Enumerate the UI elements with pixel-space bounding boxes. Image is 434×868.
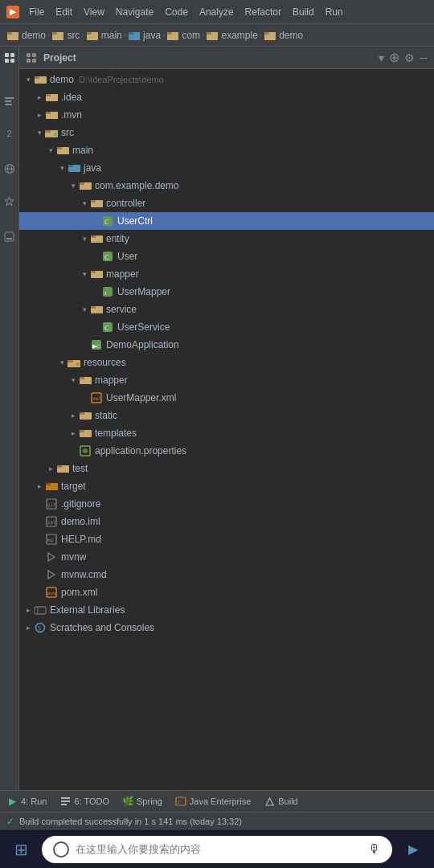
menu-analyze[interactable]: Analyze bbox=[194, 5, 239, 19]
panel-dropdown-icon[interactable]: ▾ bbox=[379, 51, 384, 64]
menu-navigate[interactable]: Navigate bbox=[111, 5, 158, 19]
tree-row-demo[interactable]: demo D:\IdeaProjects\demo bbox=[19, 71, 434, 88]
mic-icon[interactable]: 🎙 bbox=[368, 842, 381, 857]
tree-row-help-md[interactable]: md HELP.md bbox=[19, 530, 434, 548]
sidebar-icon-bottom[interactable] bbox=[2, 228, 18, 244]
tree-row-mapper-res[interactable]: mapper bbox=[19, 371, 434, 389]
svg-rect-43 bbox=[68, 165, 73, 167]
tree-row-ext-libs[interactable]: External Libraries bbox=[19, 601, 434, 619]
bc-demo2[interactable]: demo bbox=[264, 29, 303, 42]
icon-src bbox=[45, 126, 58, 139]
tree-row-entity[interactable]: entity bbox=[19, 230, 434, 248]
icon-userservice: C bbox=[101, 321, 114, 334]
tree-row-mvnw-cmd[interactable]: mvnw.cmd bbox=[19, 566, 434, 583]
tree-row-resources[interactable]: resources bbox=[19, 354, 434, 371]
left-sidebar: 2 bbox=[0, 47, 19, 790]
panel-title: Project bbox=[43, 52, 374, 63]
tree-row-target[interactable]: target bbox=[19, 477, 434, 495]
tree-row-mvn[interactable]: .mvn bbox=[19, 106, 434, 124]
tree-row-pom-xml[interactable]: pom pom.xml bbox=[19, 583, 434, 601]
tree-row-controller[interactable]: controller bbox=[19, 194, 434, 212]
bc-com[interactable]: com bbox=[166, 29, 200, 42]
bc-java[interactable]: java bbox=[128, 29, 161, 42]
tool-run-label: 4: Run bbox=[21, 796, 47, 806]
tree-row-gitignore[interactable]: git .gitignore bbox=[19, 495, 434, 513]
tree-row-userctrl[interactable]: C UserCtrl bbox=[19, 212, 434, 230]
bc-main[interactable]: main bbox=[86, 29, 122, 42]
bc-demo[interactable]: demo bbox=[6, 29, 46, 42]
tree-row-scratches[interactable]: S Scratches and Consoles bbox=[19, 619, 434, 637]
panel-icon-settings[interactable]: ⚙ bbox=[404, 51, 415, 64]
windows-start-button[interactable]: ⊞ bbox=[6, 835, 35, 864]
search-input[interactable] bbox=[76, 843, 362, 855]
tree-row-userservice[interactable]: C UserService bbox=[19, 318, 434, 336]
svg-rect-91 bbox=[35, 607, 46, 614]
tree-row-demoapplication[interactable]: ▶C DemoApplication bbox=[19, 336, 434, 354]
panel-icon-add[interactable]: ⊕ bbox=[389, 50, 399, 65]
tree-row-package[interactable]: com.example.demo bbox=[19, 177, 434, 194]
tree-row-user[interactable]: C User bbox=[19, 248, 434, 265]
svg-text:xml: xml bbox=[92, 395, 101, 401]
sidebar-icon-web[interactable] bbox=[2, 161, 18, 177]
tree-row-service[interactable]: service bbox=[19, 301, 434, 318]
file-tree[interactable]: demo D:\IdeaProjects\demo .idea .mvn bbox=[19, 69, 434, 790]
tree-row-application-props[interactable]: application.properties bbox=[19, 442, 434, 460]
tree-row-test[interactable]: test bbox=[19, 460, 434, 477]
status-message: Build completed successfully in 1 s 141 … bbox=[19, 817, 242, 826]
svg-text:md: md bbox=[47, 537, 54, 542]
svg-rect-41 bbox=[57, 147, 62, 149]
spring-icon: 🌿 bbox=[122, 796, 133, 807]
tree-label-controller: controller bbox=[106, 198, 145, 209]
tree-row-usermapper-xml[interactable]: xml UserMapper.xml bbox=[19, 389, 434, 407]
tree-label-userctrl: UserCtrl bbox=[117, 215, 153, 227]
tree-path-demo: D:\IdeaProjects\demo bbox=[79, 75, 164, 84]
tool-spring[interactable]: 🌿 Spring bbox=[122, 796, 162, 807]
icon-mapper-res bbox=[79, 374, 92, 387]
panel-icon-minimize[interactable]: ─ bbox=[420, 51, 428, 64]
tree-row-static[interactable]: static bbox=[19, 407, 434, 424]
tree-label-scratches: Scratches and Consoles bbox=[50, 622, 154, 633]
tree-label-main: main bbox=[72, 145, 93, 156]
tool-java-enterprise[interactable]: J Java Enterprise bbox=[175, 796, 251, 807]
svg-rect-1 bbox=[7, 32, 12, 35]
sidebar-icon-structure[interactable] bbox=[2, 93, 18, 109]
taskbar-app-icon[interactable]: ▶ bbox=[408, 841, 418, 857]
menu-edit[interactable]: Edit bbox=[51, 5, 77, 19]
sidebar-icon-2[interactable]: 2 bbox=[2, 125, 18, 141]
tool-run[interactable]: ▶ 4: Run bbox=[6, 796, 47, 807]
tool-todo[interactable]: 6: TODO bbox=[59, 796, 109, 807]
tool-todo-label: 6: TODO bbox=[74, 796, 109, 806]
tool-build[interactable]: Build bbox=[264, 796, 297, 807]
tree-row-demo-iml[interactable]: iml demo.iml bbox=[19, 513, 434, 530]
sidebar-icon-project[interactable] bbox=[2, 50, 18, 66]
tree-row-usermapper[interactable]: I UserMapper bbox=[19, 283, 434, 301]
svg-rect-95 bbox=[61, 797, 70, 799]
tree-row-java[interactable]: java bbox=[19, 159, 434, 177]
menu-build[interactable]: Build bbox=[288, 5, 319, 19]
menu-run[interactable]: Run bbox=[321, 5, 348, 19]
menu-refactor[interactable]: Refactor bbox=[240, 5, 286, 19]
icon-gitignore: git bbox=[45, 497, 58, 510]
svg-rect-28 bbox=[32, 53, 36, 57]
bc-src[interactable]: src bbox=[51, 29, 80, 42]
tree-row-idea[interactable]: .idea bbox=[19, 88, 434, 106]
icon-mapper bbox=[90, 268, 103, 280]
tree-row-src[interactable]: src bbox=[19, 124, 434, 141]
tree-row-main[interactable]: main bbox=[19, 141, 434, 159]
tree-label-static: static bbox=[95, 410, 117, 421]
svg-rect-38 bbox=[45, 130, 51, 133]
sidebar-icon-favorites[interactable] bbox=[2, 193, 18, 209]
tree-label-demo: demo bbox=[50, 74, 74, 85]
tree-row-mvnw[interactable]: mvnw bbox=[19, 548, 434, 566]
svg-rect-72 bbox=[80, 412, 84, 415]
bc-example[interactable]: example bbox=[206, 29, 257, 42]
svg-rect-45 bbox=[80, 182, 84, 185]
menu-view[interactable]: View bbox=[79, 5, 109, 19]
tree-label-service: service bbox=[106, 304, 137, 315]
arrow-controller bbox=[79, 198, 90, 209]
menu-file[interactable]: File bbox=[24, 5, 49, 19]
menu-code[interactable]: Code bbox=[160, 5, 193, 19]
search-box[interactable]: 🎙 bbox=[42, 836, 392, 863]
tree-row-templates[interactable]: templates bbox=[19, 424, 434, 442]
tree-row-mapper[interactable]: mapper bbox=[19, 265, 434, 283]
